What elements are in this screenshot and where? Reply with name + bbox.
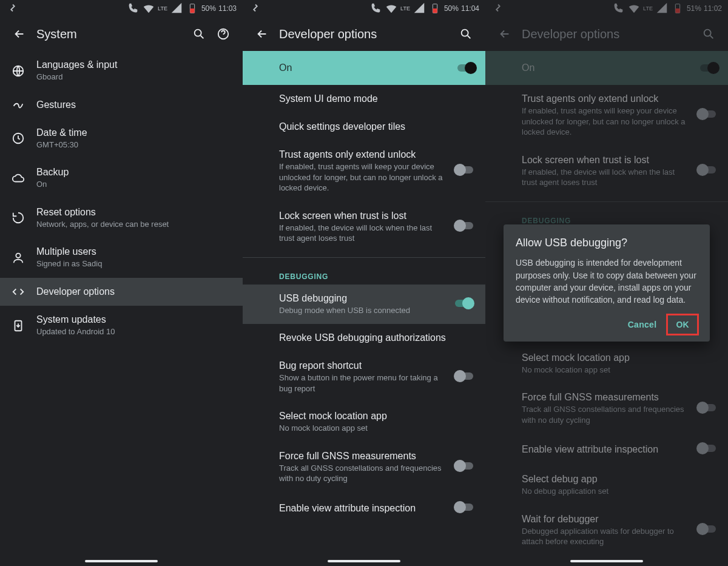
divider	[243, 257, 485, 258]
svg-rect-1	[190, 8, 194, 13]
status-bar: LTE 50% 11:04	[243, 0, 485, 17]
row-sub: Gboard	[36, 72, 232, 83]
row-title: Force full GNSS measurements	[279, 451, 447, 462]
svg-point-10	[462, 30, 468, 36]
setting-gestures[interactable]: Gestures	[0, 91, 243, 119]
revoke-auth[interactable]: Revoke USB debugging authorizations	[243, 324, 485, 352]
row-title: Date & time	[36, 127, 232, 138]
usb-debugging-dialog: Allow USB debugging? USB debugging is in…	[504, 224, 710, 341]
quick-tiles[interactable]: Quick settings developer tiles	[243, 113, 485, 141]
wifi-icon	[385, 2, 398, 15]
toggle-switch-icon[interactable]	[454, 501, 474, 513]
network-label: LTE	[158, 5, 167, 12]
toggle-switch-icon[interactable]	[454, 460, 474, 472]
row-sub: Signed in as Sadiq	[36, 258, 232, 269]
row-sub: If enabled, trust agents will keep your …	[279, 161, 447, 194]
setting-datetime[interactable]: Date & timeGMT+05:30	[0, 119, 243, 159]
trust-agents[interactable]: Trust agents only extend unlockIf enable…	[243, 141, 485, 202]
toggle-switch-icon[interactable]	[454, 370, 474, 382]
mock-location[interactable]: Select mock location appNo mock location…	[243, 402, 485, 442]
toggle-switch-icon[interactable]	[454, 164, 474, 176]
row-title: Developer options	[36, 286, 232, 297]
row-title: Bug report shortcut	[279, 360, 447, 371]
row-title: Reset options	[36, 207, 232, 218]
update-icon	[8, 316, 28, 335]
battery-icon	[186, 2, 199, 15]
toggle-label: On	[279, 62, 292, 73]
network-label: LTE	[400, 5, 410, 12]
setting-multiuser[interactable]: Multiple usersSigned in as Sadiq	[0, 238, 243, 278]
help-icon[interactable]	[211, 22, 235, 46]
row-sub: Updated to Android 10	[36, 326, 232, 337]
signal-icon	[170, 2, 183, 15]
back-icon[interactable]	[7, 22, 32, 46]
page-title: Developer options	[279, 27, 454, 41]
setting-system-updates[interactable]: System updatesUpdated to Android 10	[0, 306, 243, 346]
clock: 11:04	[461, 4, 479, 13]
svg-rect-9	[433, 8, 437, 13]
phone-icon	[369, 2, 382, 15]
nav-handle[interactable]	[570, 560, 643, 562]
row-title: Languages & input	[36, 59, 232, 70]
sync-icon	[249, 1, 262, 16]
setting-languages[interactable]: Languages & inputGboard	[0, 51, 243, 91]
battery-icon	[428, 2, 442, 15]
row-title: Trust agents only extend unlock	[279, 149, 447, 160]
cloud-icon	[8, 169, 28, 188]
row-sub: GMT+05:30	[36, 140, 232, 150]
gestures-icon	[8, 95, 28, 115]
toggle-switch-icon	[456, 62, 477, 74]
bug-report-shortcut[interactable]: Bug report shortcutShow a button in the …	[243, 352, 485, 402]
lock-when-trust-lost[interactable]: Lock screen when trust is lostIf enabled…	[243, 202, 485, 252]
page-title: System	[36, 27, 187, 41]
code-icon	[8, 282, 28, 302]
battery-pct: 50%	[444, 4, 459, 13]
row-sub: If enabled, the device will lock when th…	[279, 223, 447, 244]
row-title: USB debugging	[279, 293, 447, 304]
sync-icon	[6, 1, 19, 16]
row-title: System UI demo mode	[279, 93, 474, 104]
dialog-body: USB debugging is intended for developmen…	[516, 257, 698, 306]
nav-handle[interactable]	[328, 560, 400, 562]
search-icon[interactable]	[187, 22, 211, 46]
row-title: Quick settings developer tiles	[279, 121, 474, 132]
row-sub: On	[36, 179, 232, 190]
usb-debugging[interactable]: USB debuggingDebug mode when USB is conn…	[243, 285, 485, 325]
search-icon[interactable]	[454, 22, 478, 46]
clock-icon	[8, 129, 28, 148]
view-attr-inspection[interactable]: Enable view attribute inspection	[243, 493, 485, 524]
svg-point-2	[195, 30, 201, 36]
svg-point-6	[16, 254, 20, 258]
ok-button[interactable]: OK	[667, 315, 698, 334]
user-icon	[8, 248, 28, 268]
section-debugging: DEBUGGING	[243, 263, 485, 285]
dialog-backdrop[interactable]: Allow USB debugging? USB debugging is in…	[485, 0, 728, 566]
phone-icon	[126, 2, 140, 15]
cancel-button[interactable]: Cancel	[619, 315, 666, 334]
sys-ui-demo[interactable]: System UI demo mode	[243, 85, 485, 113]
status-bar: LTE 50% 11:03	[0, 0, 243, 17]
battery-pct: 50%	[201, 4, 216, 13]
setting-developer-options[interactable]: Developer options	[0, 278, 243, 306]
gnss-measurements[interactable]: Force full GNSS measurementsTrack all GN…	[243, 442, 485, 493]
row-sub: Debug mode when USB is connected	[279, 305, 447, 316]
setting-reset[interactable]: Reset optionsNetwork, apps, or device ca…	[0, 198, 243, 238]
row-sub: Track all GNSS constellations and freque…	[279, 463, 447, 484]
dialog-title: Allow USB debugging?	[516, 237, 698, 249]
nav-handle[interactable]	[85, 560, 158, 562]
back-icon[interactable]	[250, 22, 274, 46]
row-title: Gestures	[36, 99, 232, 110]
setting-backup[interactable]: BackupOn	[0, 158, 243, 198]
row-sub: No mock location app set	[279, 423, 474, 434]
row-title: Select mock location app	[279, 411, 474, 422]
globe-icon	[8, 61, 28, 81]
reset-icon	[8, 208, 28, 227]
row-title: Backup	[36, 167, 232, 178]
signal-icon	[413, 2, 426, 15]
master-toggle[interactable]: On	[243, 51, 485, 85]
row-title: Enable view attribute inspection	[279, 503, 447, 514]
row-sub: Network, apps, or device can be reset	[36, 219, 232, 230]
row-title: Lock screen when trust is lost	[279, 211, 447, 221]
toggle-switch-icon[interactable]	[454, 220, 474, 232]
toggle-switch-icon[interactable]	[454, 297, 474, 309]
